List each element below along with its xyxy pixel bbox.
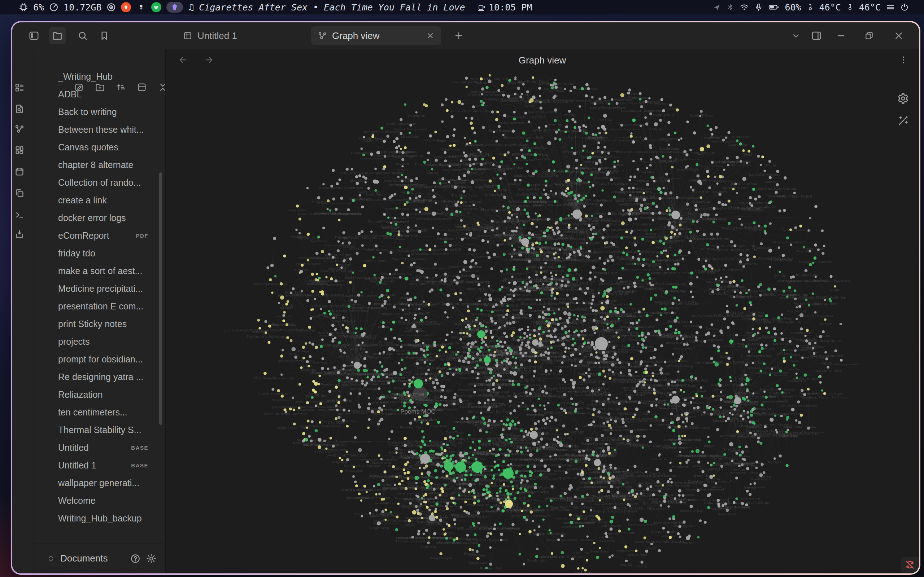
disc-menu-icon[interactable]: [107, 3, 116, 12]
menu-clock[interactable]: 10:05 PM: [477, 0, 532, 15]
back-button[interactable]: [175, 52, 191, 68]
file-item[interactable]: Between these whit...: [42, 121, 158, 139]
tab-untitled-1[interactable]: Untitled 1: [176, 26, 244, 45]
tab-list-chevron-button[interactable]: [787, 27, 804, 44]
calendar-icon[interactable]: [13, 165, 26, 178]
graph-header: [166, 49, 919, 71]
files-button[interactable]: [49, 27, 66, 44]
file-item[interactable]: Medicine precipitati...: [42, 280, 158, 298]
graph-canvas[interactable]: [166, 71, 919, 574]
file-name: Untitled: [58, 443, 89, 453]
settings-button[interactable]: [143, 551, 159, 567]
graph-view-icon[interactable]: [13, 122, 26, 135]
file-name: docker error logs: [58, 213, 126, 223]
vault-footer: Documents: [34, 543, 164, 574]
file-item[interactable]: wallpaper generati...: [42, 474, 158, 492]
temp-gpu: 46°C: [859, 2, 881, 13]
file-item[interactable]: presentation E com...: [42, 298, 158, 315]
graph-settings-gear-button[interactable]: [895, 90, 911, 106]
help-button[interactable]: [128, 551, 143, 567]
file-list-scrollbar[interactable]: [159, 172, 162, 425]
bluetooth-icon[interactable]: [726, 3, 734, 11]
power-icon[interactable]: [900, 3, 909, 11]
close-window-button[interactable]: [890, 27, 908, 44]
file-name: Re designing yatra ...: [58, 372, 143, 382]
restore-button[interactable]: [861, 27, 878, 44]
file-name: friday tdo: [58, 248, 95, 259]
file-name: Between these whit...: [58, 124, 144, 135]
vault-switcher-chevrons-icon[interactable]: [44, 551, 58, 566]
obsidian-window: Untitled 1 Graph view: [11, 21, 921, 575]
vault-name[interactable]: Documents: [60, 553, 108, 564]
docker-menu-icon[interactable]: [136, 2, 146, 12]
file-item[interactable]: docker error logs: [42, 209, 158, 227]
file-name: ADBL: [58, 89, 82, 100]
file-item[interactable]: Welcome: [42, 492, 158, 509]
battery-icon[interactable]: [768, 3, 780, 12]
file-item[interactable]: create a link: [42, 192, 158, 209]
search-button[interactable]: [74, 27, 91, 44]
file-item[interactable]: Thermal Stability S...: [42, 421, 158, 439]
import-download-icon[interactable]: [13, 227, 26, 240]
layout-list-icon[interactable]: [13, 81, 26, 94]
file-name: _Writing_Hub: [58, 71, 113, 82]
close-tab-icon[interactable]: [426, 31, 435, 40]
minimize-button[interactable]: [832, 27, 850, 44]
more-options-button[interactable]: [895, 52, 911, 68]
brave-menu-icon[interactable]: [121, 2, 131, 12]
new-tab-button[interactable]: [450, 27, 467, 44]
file-item[interactable]: make a sort of aest...: [42, 262, 158, 280]
canvas-cards-icon[interactable]: [13, 143, 26, 156]
file-item[interactable]: prompt for obsidian...: [42, 351, 158, 368]
file-item[interactable]: Back to writing: [42, 103, 158, 121]
wifi-icon[interactable]: [739, 3, 749, 12]
templates-copy-icon[interactable]: [13, 187, 26, 200]
file-item[interactable]: Writing_Hub_backup: [42, 509, 158, 527]
microphone-icon[interactable]: [754, 3, 763, 12]
file-item[interactable]: UntitledBASE: [42, 439, 158, 456]
now-playing-text[interactable]: Cigarettes After Sex • Each Time You Fal…: [199, 2, 465, 13]
file-item[interactable]: Re designing yatra ...: [42, 368, 158, 386]
toggle-left-sidebar-button[interactable]: [25, 27, 43, 44]
location-arrow-icon[interactable]: [712, 3, 721, 11]
file-name: Welcome: [58, 495, 96, 506]
file-item[interactable]: ten centimeters...: [42, 403, 158, 421]
toggle-right-sidebar-button[interactable]: [808, 27, 825, 44]
file-item[interactable]: Canvas quotes: [42, 139, 158, 156]
file-item[interactable]: chapter 8 alternate: [42, 156, 158, 174]
cpu-usage: 6%: [33, 2, 44, 13]
file-item[interactable]: friday tdo: [42, 245, 158, 262]
file-name: Collection of rando...: [58, 177, 141, 188]
memory-gauge-icon: [49, 3, 58, 12]
temp-cpu: 46°C: [819, 2, 841, 13]
thermometer-gpu-icon: [846, 3, 854, 12]
sync-status-box[interactable]: [901, 557, 919, 573]
tab-graph-view[interactable]: Graph view: [311, 26, 441, 45]
window-titlebar: Untitled 1 Graph view: [12, 23, 919, 49]
file-item[interactable]: Collection of rando...: [42, 174, 158, 192]
magic-wand-button[interactable]: [895, 113, 911, 129]
file-item[interactable]: projects: [42, 333, 158, 351]
macos-menu-bar: 6% 10.72GB ♫ Cigarettes After Sex • Each…: [0, 0, 924, 15]
file-explorer-pane: _Writing_HubADBLBack to writingBetween t…: [34, 49, 164, 574]
cpu-chip-icon: [19, 3, 28, 12]
obsidian-menu-icon[interactable]: [166, 2, 183, 13]
file-name: ten centimeters...: [58, 407, 128, 417]
file-item[interactable]: _Writing_Hub: [42, 71, 158, 85]
bookmarks-button[interactable]: [96, 27, 113, 44]
spotify-menu-icon[interactable]: [151, 2, 162, 12]
file-search-icon[interactable]: [13, 102, 26, 115]
memory-usage: 10.72GB: [63, 2, 102, 13]
file-name: eComReport: [58, 230, 109, 241]
file-item[interactable]: Untitled 1BASE: [42, 456, 158, 474]
file-item[interactable]: ADBL: [42, 85, 158, 103]
file-type-badge: PDF: [136, 233, 149, 239]
file-name: print Sticky notes: [58, 319, 127, 329]
graph-icon: [318, 31, 327, 40]
file-item[interactable]: print Sticky notes: [42, 315, 158, 333]
file-item[interactable]: eComReportPDF: [42, 227, 158, 245]
terminal-icon[interactable]: [13, 208, 26, 221]
forward-button[interactable]: [201, 52, 217, 68]
hamburger-menu-icon[interactable]: [886, 3, 895, 12]
file-item[interactable]: Reliazation: [42, 386, 158, 403]
